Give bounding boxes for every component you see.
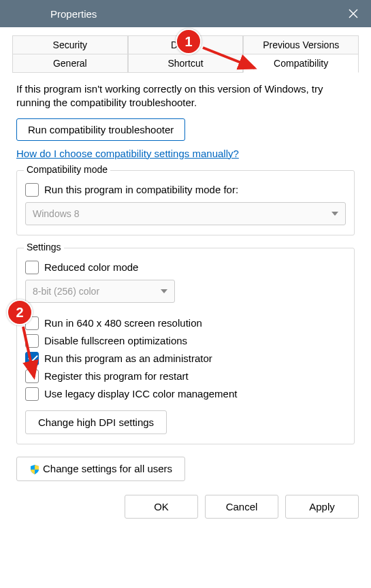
- change-settings-all-users-button[interactable]: Change settings for all users: [16, 457, 185, 481]
- color-mode-select[interactable]: 8-bit (256) color: [25, 280, 175, 303]
- compat-mode-select-value: Windows 8: [33, 208, 79, 219]
- apply-button[interactable]: Apply: [285, 495, 359, 519]
- tab-general[interactable]: General: [12, 54, 128, 73]
- settings-group: Settings Reduced color mode 8-bit (256) …: [16, 248, 355, 444]
- title-bar: Properties: [0, 0, 371, 27]
- legacy-icc-checkbox[interactable]: [25, 387, 39, 401]
- reduced-color-label: Reduced color mode: [44, 261, 138, 273]
- dialog-button-bar: OK Cancel Apply: [0, 488, 371, 528]
- annotation-arrow-1: [201, 42, 270, 78]
- close-icon: [348, 8, 359, 19]
- compat-mode-label: Run this program in compatibility mode f…: [44, 184, 238, 195]
- intro-text: If this program isn't working correctly …: [16, 82, 355, 110]
- register-restart-label: Register this program for restart: [44, 370, 189, 382]
- compatibility-mode-group: Compatibility mode Run this program in c…: [16, 170, 355, 235]
- reduced-color-checkbox[interactable]: [25, 261, 39, 274]
- run-as-admin-label: Run this program as an administrator: [44, 353, 212, 364]
- ok-button[interactable]: OK: [125, 495, 198, 519]
- tab-pane-compatibility: If this program isn't working correctly …: [12, 73, 359, 488]
- run-640x480-label: Run in 640 x 480 screen resolution: [44, 317, 202, 329]
- window-title: Properties: [10, 8, 345, 20]
- svg-line-2: [203, 48, 255, 68]
- tab-security[interactable]: Security: [12, 35, 128, 54]
- settings-legend: Settings: [24, 242, 64, 252]
- color-mode-select-value: 8-bit (256) color: [33, 286, 99, 297]
- compatibility-mode-legend: Compatibility mode: [24, 164, 110, 175]
- change-high-dpi-button[interactable]: Change high DPI settings: [25, 410, 167, 434]
- cancel-button[interactable]: Cancel: [205, 495, 278, 519]
- help-link[interactable]: How do I choose compatibility settings m…: [16, 148, 239, 159]
- compat-mode-checkbox[interactable]: [25, 183, 39, 197]
- annotation-arrow-2: [19, 325, 46, 389]
- close-button[interactable]: [345, 5, 361, 22]
- chevron-down-icon: [332, 212, 338, 216]
- shield-icon: [29, 464, 40, 475]
- annotation-badge-2: 2: [7, 299, 33, 325]
- chevron-down-icon: [161, 289, 167, 293]
- compat-mode-select[interactable]: Windows 8: [25, 202, 346, 225]
- annotation-badge-1: 1: [176, 29, 201, 54]
- disable-fullscreen-label: Disable fullscreen optimizations: [44, 335, 187, 346]
- svg-line-3: [23, 327, 34, 377]
- run-compatibility-troubleshooter-button[interactable]: Run compatibility troubleshooter: [16, 118, 185, 141]
- change-settings-all-users-label: Change settings for all users: [43, 463, 172, 474]
- legacy-icc-label: Use legacy display ICC color management: [44, 388, 237, 399]
